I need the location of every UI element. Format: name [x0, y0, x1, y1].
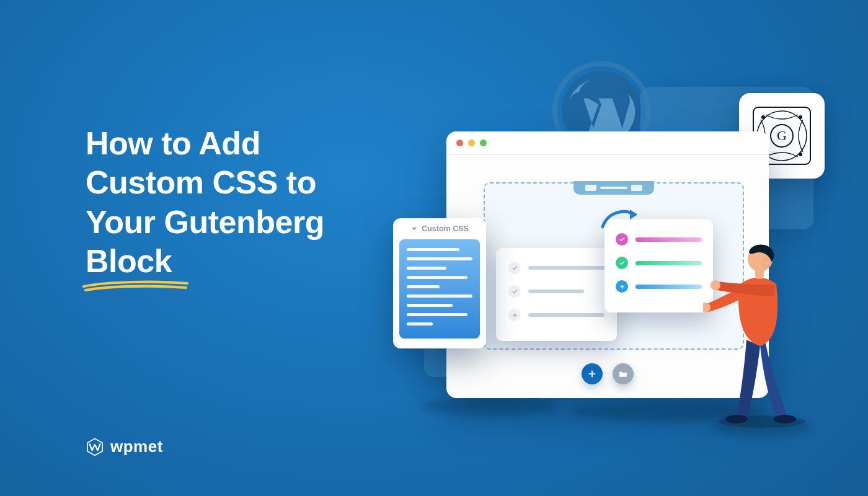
traffic-light-close-icon	[456, 140, 463, 146]
add-block-button-icon	[582, 363, 603, 384]
check-icon	[508, 262, 521, 274]
plain-list-card	[496, 248, 617, 341]
canvas-tab-handle	[574, 181, 654, 195]
shadow	[420, 397, 557, 415]
wpmet-mark-icon	[86, 438, 104, 456]
traffic-light-min-icon	[468, 140, 475, 146]
headline-line-2: Custom CSS to	[86, 164, 316, 200]
svg-point-14	[711, 280, 720, 290]
plus-icon	[508, 309, 521, 321]
check-icon	[616, 257, 628, 269]
traffic-light-max-icon	[480, 140, 487, 146]
check-icon	[616, 233, 628, 246]
svg-point-6	[761, 115, 765, 119]
arrow-icon	[599, 206, 642, 232]
svg-text:G: G	[777, 128, 787, 143]
custom-css-title: Custom CSS	[422, 224, 469, 233]
svg-point-11	[725, 415, 748, 423]
svg-point-12	[774, 415, 796, 423]
underline-scribble-icon	[82, 279, 190, 293]
custom-css-card: Custom CSS	[393, 218, 486, 348]
svg-marker-0	[87, 438, 102, 455]
styled-list-card	[604, 219, 713, 312]
folder-button-icon	[613, 363, 634, 384]
person-illustration	[703, 223, 817, 428]
window-titlebar	[446, 131, 769, 155]
brand-name: wpmet	[110, 437, 163, 456]
headline-line-4: Block	[86, 243, 172, 279]
hero-banner: How to Add Custom CSS to Your Gutenberg …	[0, 0, 868, 496]
illustration: G	[384, 68, 818, 415]
headline: How to Add Custom CSS to Your Gutenberg …	[86, 124, 324, 281]
plus-icon	[616, 280, 628, 293]
chevron-down-icon	[410, 225, 418, 232]
svg-point-9	[799, 153, 802, 156]
headline-line-1: How to Add	[86, 125, 260, 161]
check-icon	[508, 285, 521, 298]
code-preview	[399, 239, 480, 339]
headline-line-3: Your Gutenberg	[86, 204, 324, 240]
svg-point-7	[799, 115, 802, 119]
brand-logo: wpmet	[86, 437, 163, 456]
